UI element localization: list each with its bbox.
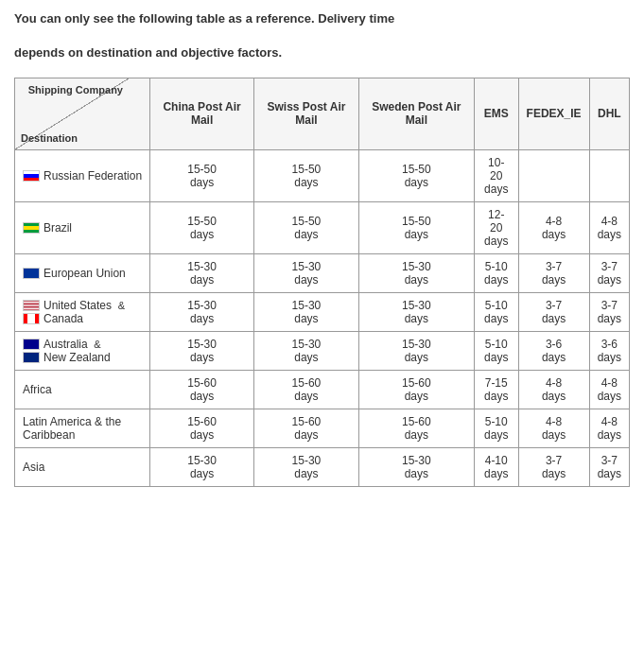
destination-cell: United States & Canada: [15, 292, 150, 331]
cell-1-2: 15-50days: [358, 201, 474, 253]
cell-0-4: [518, 149, 589, 201]
cell-3-5: 3-7days: [589, 292, 629, 331]
cell-5-1: 15-60days: [254, 370, 359, 409]
cell-5-5: 4-8days: [589, 370, 629, 409]
flag-canada: [23, 313, 40, 324]
table-row: Asia 15-30days15-30days15-30days4-10days…: [15, 447, 630, 486]
flag-us: [23, 300, 40, 311]
col-china-post: China Post Air Mail: [150, 78, 254, 149]
col-dhl: DHL: [589, 78, 629, 149]
col-swiss-post: Swiss Post Air Mail: [254, 78, 359, 149]
table-row: Africa 15-60days15-60days15-60days7-15da…: [15, 370, 630, 409]
cell-3-2: 15-30days: [358, 292, 474, 331]
cell-4-0: 15-30days: [150, 331, 254, 370]
flag-russia: [23, 170, 40, 182]
cell-4-3: 5-10days: [474, 331, 518, 370]
table-row: European Union 15-30days15-30days15-30da…: [15, 253, 630, 292]
destination-cell: Latin America & the Caribbean: [15, 409, 150, 447]
cell-0-1: 15-50days: [254, 149, 359, 201]
cell-1-4: 4-8days: [518, 201, 589, 253]
cell-5-3: 7-15days: [474, 370, 518, 409]
flag-newzealand: [23, 352, 40, 363]
cell-2-0: 15-30days: [150, 253, 254, 292]
flag-eu: [23, 268, 40, 279]
table-row: Australia & New Zealand 15-30days15-30da…: [15, 331, 630, 370]
cell-4-2: 15-30days: [358, 331, 474, 370]
destination-cell: Brazil: [15, 201, 150, 253]
cell-4-4: 3-6days: [518, 331, 589, 370]
cell-6-3: 5-10days: [474, 409, 518, 447]
flag-brazil: [23, 222, 40, 234]
cell-2-5: 3-7days: [589, 253, 629, 292]
cell-2-2: 15-30days: [358, 253, 474, 292]
cell-6-2: 15-60days: [358, 409, 474, 447]
cell-3-3: 5-10days: [474, 292, 518, 331]
cell-4-1: 15-30days: [254, 331, 359, 370]
destination-label: Destination: [21, 132, 78, 144]
intro-text: You can only see the following table as …: [14, 9, 630, 63]
col-sweden-post: Sweden Post Air Mail: [358, 78, 474, 149]
table-row: Russian Federation 15-50days15-50days15-…: [15, 149, 630, 201]
shipping-company-label: Shipping Company: [28, 84, 123, 96]
cell-5-4: 4-8days: [518, 370, 589, 409]
cell-1-0: 15-50days: [150, 201, 254, 253]
cell-6-4: 4-8days: [518, 409, 589, 447]
destination-cell: European Union: [15, 253, 150, 292]
cell-1-3: 12-20days: [474, 201, 518, 253]
table-row: Latin America & the Caribbean 15-60days1…: [15, 409, 630, 447]
cell-0-0: 15-50days: [150, 149, 254, 201]
cell-0-2: 15-50days: [358, 149, 474, 201]
destination-cell: Africa: [15, 370, 150, 409]
col-fedex: FEDEX_IE: [518, 78, 589, 149]
cell-6-0: 15-60days: [150, 409, 254, 447]
destination-cell: Asia: [15, 447, 150, 486]
header-corner: Shipping Company Destination: [15, 78, 150, 149]
cell-5-2: 15-60days: [358, 370, 474, 409]
cell-6-5: 4-8days: [589, 409, 629, 447]
cell-7-5: 3-7days: [589, 447, 629, 486]
flag-australia: [23, 339, 40, 350]
cell-2-4: 3-7days: [518, 253, 589, 292]
cell-7-1: 15-30days: [254, 447, 359, 486]
cell-3-1: 15-30days: [254, 292, 359, 331]
cell-6-1: 15-60days: [254, 409, 359, 447]
cell-3-4: 3-7days: [518, 292, 589, 331]
cell-5-0: 15-60days: [150, 370, 254, 409]
cell-7-3: 4-10days: [474, 447, 518, 486]
cell-0-5: [589, 149, 629, 201]
cell-3-0: 15-30days: [150, 292, 254, 331]
col-ems: EMS: [474, 78, 518, 149]
cell-2-1: 15-30days: [254, 253, 359, 292]
cell-0-3: 10-20days: [474, 149, 518, 201]
cell-7-0: 15-30days: [150, 447, 254, 486]
table-row: Brazil 15-50days15-50days15-50days12-20d…: [15, 201, 630, 253]
shipping-table: Shipping Company Destination China Post …: [14, 78, 630, 487]
destination-cell: Russian Federation: [15, 149, 150, 201]
cell-7-2: 15-30days: [358, 447, 474, 486]
cell-7-4: 3-7days: [518, 447, 589, 486]
cell-4-5: 3-6days: [589, 331, 629, 370]
cell-1-1: 15-50days: [254, 201, 359, 253]
cell-1-5: 4-8days: [589, 201, 629, 253]
table-row: United States & Canada 15-30days15-30day…: [15, 292, 630, 331]
destination-cell: Australia & New Zealand: [15, 331, 150, 370]
cell-2-3: 5-10days: [474, 253, 518, 292]
